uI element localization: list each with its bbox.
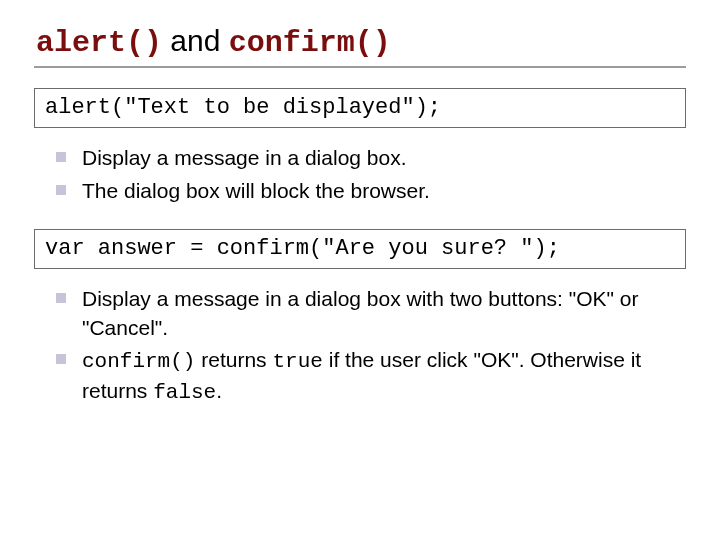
code-inline: true: [272, 350, 322, 373]
slide: alert() and confirm() alert("Text to be …: [0, 0, 720, 540]
code-box-alert: alert("Text to be displayed");: [34, 88, 686, 128]
code-box-confirm: var answer = confirm("Are you sure? ");: [34, 229, 686, 269]
code-inline: false: [153, 381, 216, 404]
title-divider: [34, 66, 686, 68]
list-item: Display a message in a dialog box.: [56, 144, 682, 172]
list-item: The dialog box will block the browser.: [56, 177, 682, 205]
list-item: confirm() returns true if the user click…: [56, 346, 682, 407]
list-item: Display a message in a dialog box with t…: [56, 285, 682, 342]
bullet-list-confirm: Display a message in a dialog box with t…: [34, 285, 686, 406]
slide-title: alert() and confirm(): [36, 18, 686, 60]
text-span: .: [216, 379, 222, 402]
text-span: returns: [195, 348, 272, 371]
title-code-confirm: confirm(): [229, 26, 391, 60]
code-inline: confirm(): [82, 350, 195, 373]
bullet-list-alert: Display a message in a dialog box. The d…: [34, 144, 686, 205]
title-code-alert: alert(): [36, 26, 162, 60]
title-and: and: [162, 24, 229, 57]
